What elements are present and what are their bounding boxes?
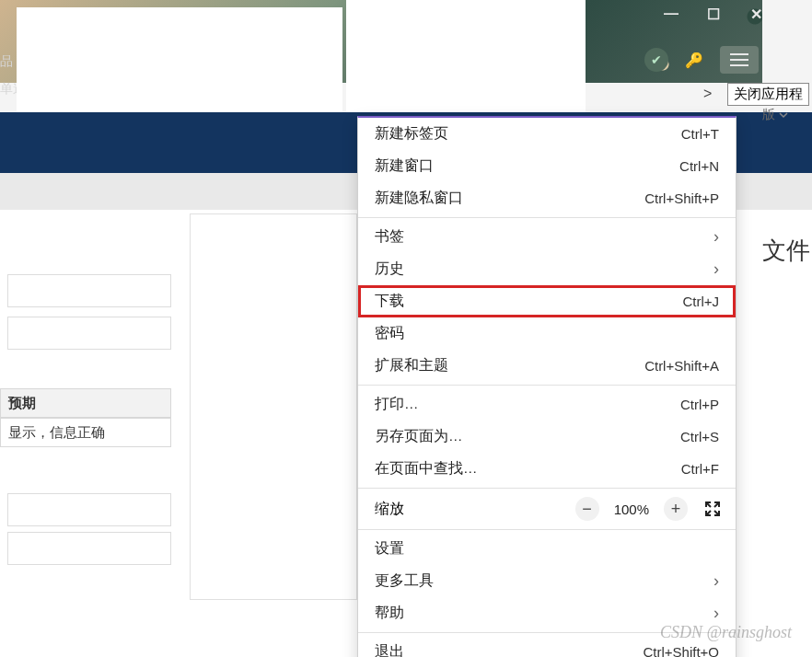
menu-bookmarks[interactable]: 书签 › — [358, 221, 736, 253]
maximize-button[interactable]: ☐ — [705, 6, 722, 22]
menu-downloads[interactable]: 下载 Ctrl+J — [358, 285, 736, 317]
menu-item-shortcut: Ctrl+S — [680, 429, 719, 444]
app-menu: 新建标签页 Ctrl+T 新建窗口 Ctrl+N 新建隐私窗口 Ctrl+Shi… — [357, 116, 737, 657]
overlay-box-mid — [346, 0, 586, 112]
menu-item-label: 退出 — [375, 642, 404, 657]
hamburger-menu-button[interactable] — [720, 46, 759, 74]
right-dropdown-label: 版 — [762, 107, 775, 123]
shield-icon[interactable]: ✔ — [644, 48, 668, 72]
minimize-button[interactable]: — — [663, 6, 679, 22]
left-input-2[interactable] — [7, 317, 171, 350]
menu-item-label: 帮助 — [375, 604, 404, 623]
menu-item-label: 缩放 — [375, 500, 404, 519]
fullscreen-icon — [704, 501, 721, 517]
edge-label-1: 品 — [0, 53, 13, 70]
menu-item-label: 书签 — [375, 227, 404, 247]
menu-item-label: 更多工具 — [375, 571, 434, 591]
menu-new-tab[interactable]: 新建标签页 Ctrl+T — [358, 118, 736, 150]
menu-item-label: 新建隐私窗口 — [375, 189, 463, 208]
overlay-box-left — [17, 7, 342, 116]
menu-separator — [358, 529, 736, 530]
menu-item-shortcut: Ctrl+Shift+A — [644, 358, 719, 374]
toolbar-right: ✔ 🔑 — [644, 46, 759, 74]
left-table-header: 预期 — [0, 388, 171, 418]
menu-passwords[interactable]: 密码 — [358, 317, 736, 350]
zoom-out-button[interactable]: − — [575, 497, 599, 521]
menu-item-label: 另存页面为… — [375, 427, 463, 446]
zoom-in-button[interactable]: + — [664, 497, 688, 521]
close-app-tooltip: 关闭应用程 — [727, 83, 809, 106]
menu-zoom: 缩放 − 100% + — [358, 491, 736, 526]
right-dropdown[interactable]: 版 — [762, 107, 788, 123]
menu-print[interactable]: 打印… Ctrl+P — [358, 388, 736, 421]
left-input-1[interactable] — [7, 274, 171, 307]
menu-item-shortcut: Ctrl+N — [679, 158, 719, 174]
window-controls: — ☐ ✕ — [663, 6, 764, 22]
menu-item-shortcut: Ctrl+P — [680, 397, 719, 412]
menu-item-label: 在页面中查找… — [375, 459, 478, 478]
menu-item-label: 打印… — [375, 395, 419, 414]
menu-item-label: 新建标签页 — [375, 124, 448, 144]
chevron-right-icon: › — [713, 571, 719, 591]
left-input-4[interactable] — [7, 532, 171, 565]
menu-item-label: 历史 — [375, 259, 404, 279]
tooltip-arrow-icon: > — [703, 86, 712, 102]
menu-item-shortcut: Ctrl+Shift+Q — [643, 644, 719, 657]
chevron-down-icon — [779, 110, 788, 120]
menu-item-label: 下载 — [375, 292, 404, 311]
menu-save-as[interactable]: 另存页面为… Ctrl+S — [358, 421, 736, 453]
menu-item-shortcut: Ctrl+Shift+P — [644, 190, 719, 206]
menu-item-label: 密码 — [375, 324, 404, 343]
page-heading-right: 文件 — [762, 235, 810, 267]
menu-item-shortcut: Ctrl+T — [681, 126, 719, 142]
chevron-right-icon: › — [713, 259, 719, 279]
menu-settings[interactable]: 设置 — [358, 533, 736, 565]
menu-addons[interactable]: 扩展和主题 Ctrl+Shift+A — [358, 350, 736, 382]
menu-separator — [358, 385, 736, 386]
menu-item-label: 新建窗口 — [375, 156, 434, 176]
menu-new-window[interactable]: 新建窗口 Ctrl+N — [358, 150, 736, 182]
close-button[interactable]: ✕ — [748, 6, 764, 22]
menu-more-tools[interactable]: 更多工具 › — [358, 565, 736, 597]
menu-history[interactable]: 历史 › — [358, 253, 736, 285]
menu-item-shortcut: Ctrl+J — [682, 294, 719, 309]
chevron-right-icon: › — [713, 604, 719, 623]
menu-new-private[interactable]: 新建隐私窗口 Ctrl+Shift+P — [358, 182, 736, 214]
chevron-right-icon: › — [713, 227, 719, 247]
menu-find[interactable]: 在页面中查找… Ctrl+F — [358, 453, 736, 485]
menu-item-label: 扩展和主题 — [375, 356, 448, 375]
left-table-cell: 显示，信息正确 — [0, 418, 171, 447]
menu-separator — [358, 488, 736, 489]
left-panel — [190, 213, 357, 600]
menu-separator — [358, 217, 736, 218]
fullscreen-button[interactable] — [702, 499, 723, 519]
zoom-value: 100% — [614, 501, 649, 517]
menu-item-shortcut: Ctrl+F — [681, 461, 719, 477]
menu-item-label: 设置 — [375, 539, 404, 559]
left-input-3[interactable] — [7, 493, 171, 526]
watermark: CSDN @rainsghost — [660, 623, 792, 642]
key-icon[interactable]: 🔑 — [685, 52, 703, 69]
